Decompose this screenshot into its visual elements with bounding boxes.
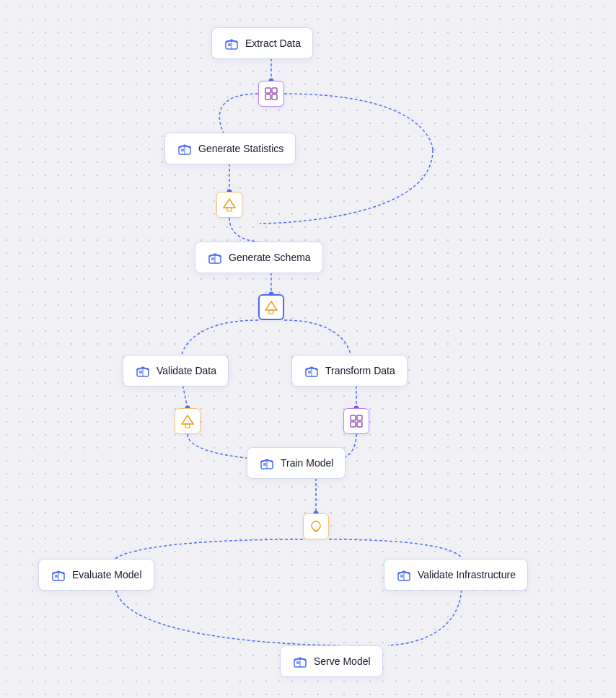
bulb-gate-icon: [309, 519, 323, 534]
flow-canvas: Extract Data Generate Statistics Generat…: [0, 0, 616, 698]
svg-rect-14: [228, 43, 231, 46]
svg-rect-26: [308, 371, 311, 374]
cube-icon-8: [396, 567, 412, 583]
svg-rect-50: [357, 415, 362, 420]
svg-rect-23: [139, 371, 142, 374]
serve-model-node[interactable]: Serve Model: [280, 645, 383, 677]
validate-infrastructure-label: Validate Infrastructure: [418, 569, 516, 580]
parallel-gate-icon: [264, 87, 278, 101]
svg-marker-47: [182, 415, 193, 424]
gate-parallel-2[interactable]: [343, 408, 369, 434]
svg-rect-51: [351, 422, 356, 427]
svg-rect-40: [272, 88, 277, 93]
cube-icon-2: [177, 141, 193, 156]
svg-rect-20: [211, 257, 214, 260]
extract-data-node[interactable]: Extract Data: [211, 27, 313, 59]
extract-data-label: Extract Data: [245, 37, 301, 49]
svg-marker-43: [224, 199, 235, 208]
svg-rect-49: [351, 415, 356, 420]
shapes-gate-selected-icon: [264, 300, 278, 314]
evaluate-model-label: Evaluate Model: [72, 569, 142, 580]
validate-data-node[interactable]: Validate Data: [123, 355, 229, 386]
transform-data-node[interactable]: Transform Data: [291, 355, 408, 386]
shapes-gate-icon: [222, 198, 237, 212]
cube-icon-4: [135, 363, 151, 379]
gate-parallel-1[interactable]: [258, 81, 284, 107]
validate-infrastructure-node[interactable]: Validate Infrastructure: [384, 559, 528, 591]
svg-rect-38: [296, 661, 299, 664]
generate-schema-node[interactable]: Generate Schema: [195, 242, 323, 273]
gate-shapes-1[interactable]: [216, 192, 242, 218]
cube-icon: [224, 35, 239, 51]
generate-schema-label: Generate Schema: [229, 252, 311, 263]
transform-data-label: Transform Data: [325, 365, 395, 376]
gate-shapes-2[interactable]: [175, 408, 201, 434]
gate-shapes-selected[interactable]: [258, 294, 284, 320]
shapes-gate-icon-2: [180, 414, 195, 428]
cube-icon-5: [304, 363, 320, 379]
svg-rect-29: [263, 463, 266, 466]
generate-statistics-label: Generate Statistics: [198, 143, 283, 154]
svg-rect-39: [265, 88, 270, 93]
svg-rect-35: [400, 575, 403, 578]
svg-marker-45: [265, 301, 277, 310]
validate-data-label: Validate Data: [157, 365, 216, 376]
svg-rect-32: [55, 575, 58, 578]
cube-icon-3: [207, 249, 223, 265]
cube-icon-9: [292, 653, 308, 669]
parallel-gate-icon-2: [349, 414, 364, 428]
svg-rect-42: [272, 94, 277, 100]
evaluate-model-node[interactable]: Evaluate Model: [38, 559, 154, 591]
svg-rect-17: [181, 149, 184, 151]
train-model-label: Train Model: [281, 457, 333, 469]
generate-statistics-node[interactable]: Generate Statistics: [164, 133, 296, 164]
train-model-node[interactable]: Train Model: [247, 447, 346, 479]
cube-icon-6: [259, 455, 275, 471]
gate-bulb[interactable]: [303, 513, 329, 539]
connector-layer: [0, 0, 616, 698]
cube-icon-7: [50, 567, 66, 583]
svg-rect-41: [265, 94, 270, 100]
svg-rect-52: [357, 422, 362, 427]
serve-model-label: Serve Model: [314, 655, 371, 667]
